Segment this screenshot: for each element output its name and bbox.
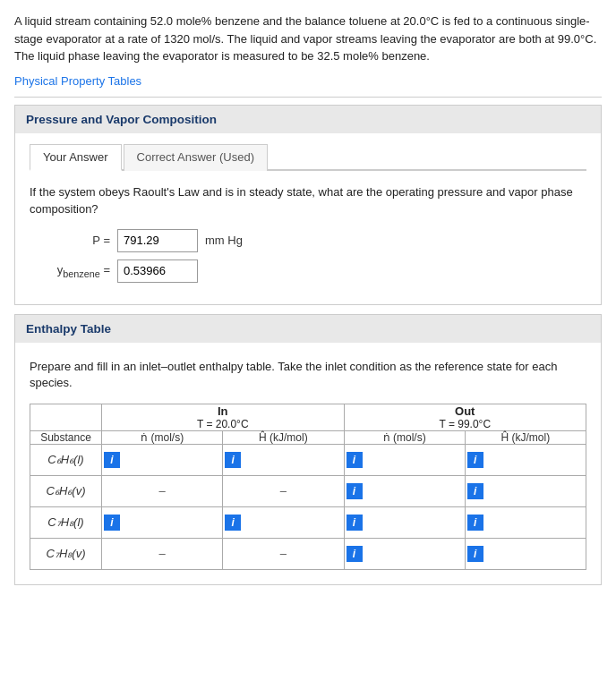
c6h6l-in-hdot: i [223, 444, 344, 475]
ybenzene-label: ybenzene = [30, 263, 110, 279]
tab-group: Your Answer Correct Answer (Used) [30, 142, 586, 171]
c7h8v-out-ndot-input[interactable] [363, 539, 465, 569]
c6h6v-out-ndot: i [344, 475, 465, 506]
ybenzene-row: ybenzene = [30, 259, 586, 283]
divider-1 [14, 97, 602, 98]
c6h6l-in-ndot: i [102, 444, 223, 475]
physical-property-link[interactable]: Physical Property Tables [14, 74, 602, 88]
table-row: C₇H₈(l) i i [30, 506, 586, 538]
in-hdot-header: Ĥ (kJ/mol) [223, 430, 344, 444]
c7h8l-in-hdot-input[interactable] [241, 507, 343, 538]
enthalpy-table-wrapper: In T = 20.0°C Out T = 99.0°C Substance ṅ [30, 404, 586, 570]
group-header-row: In T = 20.0°C Out T = 99.0°C [30, 404, 586, 430]
table-row: C₆H₆(v) – – i i [30, 475, 586, 506]
c6h6v-out-ndot-input[interactable] [363, 476, 465, 506]
enthalpy-intro: Prepare and fill in an inlet–outlet enth… [30, 359, 586, 391]
c7h8l-out-ndot: i [344, 506, 465, 538]
c7h8v-out-hdot: i [465, 538, 586, 569]
p-row: P = mm Hg [30, 229, 586, 252]
c7h8v-out-hdot-input[interactable] [483, 539, 586, 569]
c7h8l-in-ndot: i [102, 506, 223, 538]
c6h6l-in-ndot-input[interactable] [120, 445, 222, 475]
enthalpy-section: Enthalpy Table Prepare and fill in an in… [14, 314, 602, 585]
page-wrapper: A liquid stream containing 52.0 mole% be… [0, 0, 616, 607]
table-row: C₆H₆(l) i i [30, 444, 586, 475]
tab-correct-answer[interactable]: Correct Answer (Used) [124, 144, 268, 171]
out-ndot-header: ṅ (mol/s) [344, 430, 465, 444]
info-icon[interactable]: i [467, 483, 483, 499]
c7h8v-in-hdot: – [223, 538, 344, 569]
c6h6v-in-ndot: – [102, 475, 223, 506]
table-row: C₇H₈(v) – – i i [30, 538, 586, 569]
pressure-vapor-question: If the system obeys Raoult's Law and is … [30, 183, 586, 218]
substance-c7h8l: C₇H₈(l) [30, 506, 102, 538]
enthalpy-header: Enthalpy Table [15, 315, 601, 343]
ybenzene-input[interactable] [117, 259, 198, 283]
in-ndot-header: ṅ (mol/s) [102, 430, 223, 444]
c6h6l-out-ndot-input[interactable] [363, 445, 465, 475]
out-hdot-header: Ĥ (kJ/mol) [465, 430, 586, 444]
info-icon[interactable]: i [467, 515, 483, 531]
c7h8l-in-hdot: i [223, 506, 344, 538]
c6h6v-out-hdot: i [465, 475, 586, 506]
info-icon[interactable]: i [225, 515, 241, 531]
c7h8l-out-hdot: i [465, 506, 586, 538]
c7h8l-out-ndot-input[interactable] [363, 507, 465, 538]
info-icon[interactable]: i [104, 515, 120, 531]
pressure-vapor-header: Pressure and Vapor Composition [15, 106, 601, 133]
info-icon[interactable]: i [346, 452, 363, 468]
c7h8l-in-ndot-input[interactable] [120, 507, 222, 538]
info-icon[interactable]: i [225, 452, 241, 468]
c6h6l-out-hdot-input[interactable] [483, 445, 586, 475]
pressure-vapor-section: Pressure and Vapor Composition Your Answ… [14, 105, 602, 305]
c6h6v-out-hdot-input[interactable] [483, 476, 586, 506]
c6h6v-in-hdot: – [223, 475, 344, 506]
c6h6l-in-hdot-input[interactable] [241, 445, 343, 475]
c6h6l-out-ndot: i [344, 444, 465, 475]
enthalpy-body: Prepare and fill in an inlet–outlet enth… [15, 350, 601, 584]
substance-c6h6l: C₆H₆(l) [30, 444, 102, 475]
info-icon[interactable]: i [104, 452, 120, 468]
substance-c6h6v: C₆H₆(v) [30, 475, 102, 506]
substance-c7h8v: C₇H₈(v) [30, 538, 102, 569]
pressure-vapor-body: Your Answer Correct Answer (Used) If the… [15, 133, 601, 304]
in-group-header: In T = 20.0°C [102, 404, 345, 430]
info-icon[interactable]: i [467, 452, 483, 468]
c7h8v-out-ndot: i [344, 538, 465, 569]
p-unit: mm Hg [205, 234, 243, 247]
tab-your-answer[interactable]: Your Answer [30, 144, 122, 171]
info-icon[interactable]: i [467, 546, 483, 562]
sub-header-row: Substance ṅ (mol/s) Ĥ (kJ/mol) ṅ (mol/s)… [30, 430, 586, 444]
problem-text: A liquid stream containing 52.0 mole% be… [14, 13, 602, 65]
info-icon[interactable]: i [346, 546, 363, 562]
p-label: P = [30, 234, 110, 247]
c7h8l-out-hdot-input[interactable] [483, 507, 586, 538]
c6h6l-out-hdot: i [465, 444, 586, 475]
c7h8v-in-ndot: – [102, 538, 223, 569]
substance-sub-header: Substance [30, 430, 102, 444]
info-icon[interactable]: i [346, 515, 363, 531]
out-group-header: Out T = 99.0°C [344, 404, 586, 430]
info-icon[interactable]: i [346, 483, 363, 499]
p-input[interactable] [117, 229, 198, 252]
enthalpy-table: In T = 20.0°C Out T = 99.0°C Substance ṅ [30, 404, 586, 570]
substance-col-header [30, 404, 102, 430]
